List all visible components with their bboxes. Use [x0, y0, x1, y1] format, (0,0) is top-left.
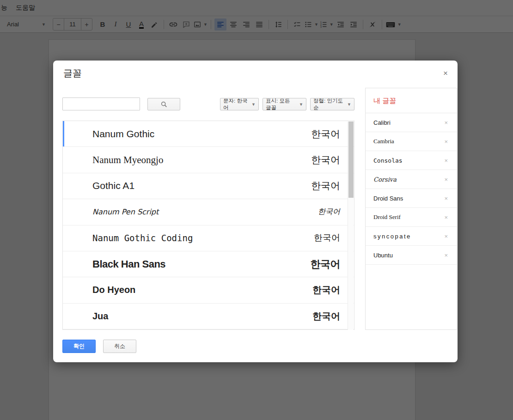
- font-sample: 한국어: [311, 257, 341, 271]
- font-name: Corsiva: [373, 176, 442, 183]
- chevron-down-icon: ▼: [299, 102, 303, 107]
- my-font-item[interactable]: Calibri ×: [366, 113, 457, 132]
- font-name: Nanum Gothic: [92, 128, 311, 140]
- fonts-dialog: 글꼴 × 문자: 한국어 ▼ 표시: 모든 글꼴 ▼ 정렬: 인기도순 ▼ Na…: [53, 61, 458, 362]
- filter-script-label: 문자: 한국어: [223, 97, 248, 111]
- font-list-item[interactable]: Gothic A1 한국어: [63, 173, 354, 199]
- dialog-title: 글꼴: [63, 67, 82, 79]
- font-sample: 한국어: [318, 207, 340, 217]
- font-sample: 한국어: [311, 128, 340, 140]
- my-fonts-title: 내 글꼴: [366, 88, 457, 113]
- font-name: Nanum Myeongjo: [92, 154, 311, 166]
- font-list-item[interactable]: Nanum Pen Script 한국어: [63, 199, 354, 225]
- font-list-item[interactable]: Do Hyeon 한국어: [63, 277, 354, 303]
- chevron-down-icon: ▼: [251, 102, 256, 107]
- font-name: Cambria: [373, 138, 442, 145]
- search-icon: [160, 101, 168, 108]
- font-name: Do Hyeon: [92, 285, 312, 295]
- remove-icon[interactable]: ×: [442, 251, 450, 260]
- chevron-down-icon: ▼: [347, 102, 351, 107]
- font-sample: 한국어: [311, 179, 340, 192]
- font-list-item[interactable]: Nanum Myeongjo 한국어: [63, 147, 354, 173]
- font-name: Ubuntu: [373, 252, 442, 259]
- my-font-item[interactable]: Droid Sans ×: [366, 189, 457, 208]
- cancel-button[interactable]: 취소: [103, 340, 136, 353]
- my-font-item[interactable]: Corsiva ×: [366, 170, 457, 189]
- remove-icon[interactable]: ×: [442, 118, 450, 127]
- ok-button[interactable]: 확인: [62, 340, 96, 353]
- my-font-item[interactable]: Cambria ×: [366, 132, 457, 151]
- font-name: Consolas: [373, 157, 442, 164]
- font-name: Black Han Sans: [92, 258, 311, 270]
- my-fonts-panel: 내 글꼴 Calibri × Cambria × Consolas × Cors…: [365, 88, 457, 330]
- font-list: Nanum Gothic 한국어 Nanum Myeongjo 한국어 Goth…: [62, 121, 354, 330]
- font-list-item[interactable]: Nanum Gothic Coding 한국어: [63, 225, 354, 251]
- filter-show-dropdown[interactable]: 표시: 모든 글꼴 ▼: [263, 98, 306, 110]
- close-icon[interactable]: ×: [441, 69, 450, 78]
- scrollbar-thumb[interactable]: [348, 122, 354, 198]
- search-button[interactable]: [147, 98, 180, 110]
- font-name: Syncopate: [373, 233, 442, 240]
- remove-icon[interactable]: ×: [442, 194, 450, 203]
- search-input[interactable]: [62, 97, 140, 110]
- filter-sort-label: 정렬: 인기도순: [313, 97, 343, 111]
- my-font-item[interactable]: Consolas ×: [366, 151, 457, 170]
- font-name: Calibri: [373, 119, 442, 126]
- filter-script-dropdown[interactable]: 문자: 한국어 ▼: [220, 98, 259, 110]
- remove-icon[interactable]: ×: [442, 137, 450, 146]
- font-name: Droid Sans: [373, 195, 442, 202]
- font-name: Gothic A1: [92, 180, 311, 191]
- my-font-item[interactable]: Ubuntu ×: [366, 246, 457, 265]
- font-sample: 한국어: [314, 232, 340, 244]
- font-name: Nanum Pen Script: [92, 207, 318, 216]
- font-list-scrollbar[interactable]: [348, 122, 354, 330]
- font-sample: 한국어: [312, 284, 340, 296]
- remove-icon[interactable]: ×: [442, 213, 450, 222]
- font-list-item[interactable]: Jua 한국어: [63, 304, 354, 329]
- filter-show-label: 표시: 모든 글꼴: [266, 97, 295, 111]
- remove-icon[interactable]: ×: [442, 232, 450, 241]
- font-name: Nanum Gothic Coding: [92, 233, 314, 243]
- font-name: Droid Serif: [373, 213, 442, 221]
- remove-icon[interactable]: ×: [442, 156, 450, 165]
- font-list-item[interactable]: Nanum Gothic 한국어: [63, 121, 354, 147]
- font-sample: 한국어: [312, 310, 340, 323]
- font-name: Jua: [92, 311, 312, 322]
- remove-icon[interactable]: ×: [442, 175, 450, 184]
- my-font-item[interactable]: Syncopate ×: [366, 227, 457, 246]
- filter-sort-dropdown[interactable]: 정렬: 인기도순 ▼: [310, 98, 354, 110]
- font-sample: 한국어: [311, 153, 340, 166]
- my-font-item[interactable]: Droid Serif ×: [366, 208, 457, 227]
- font-list-item[interactable]: Black Han Sans 한국어: [63, 251, 354, 277]
